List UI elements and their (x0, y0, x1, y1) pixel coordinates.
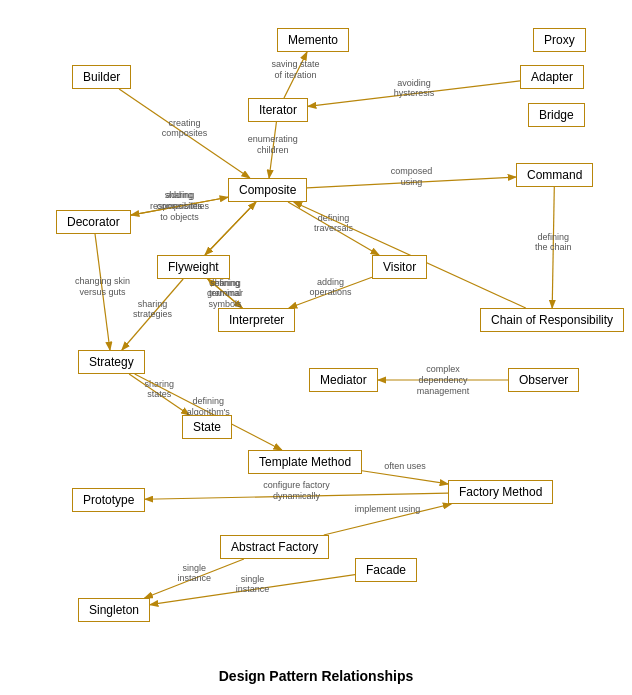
node-observer: Observer (508, 368, 579, 392)
node-adapter: Adapter (520, 65, 584, 89)
node-visitor: Visitor (372, 255, 427, 279)
node-prototype: Prototype (72, 488, 145, 512)
node-facade: Facade (355, 558, 417, 582)
node-memento: Memento (277, 28, 349, 52)
page-title: Design Pattern Relationships (0, 660, 632, 694)
node-factory: Factory Method (448, 480, 553, 504)
node-template: Template Method (248, 450, 362, 474)
node-flyweight: Flyweight (157, 255, 230, 279)
node-iterator: Iterator (248, 98, 308, 122)
node-bridge: Bridge (528, 103, 585, 127)
node-mediator: Mediator (309, 368, 378, 392)
node-singleton: Singleton (78, 598, 150, 622)
node-state: State (182, 415, 232, 439)
node-abstract: Abstract Factory (220, 535, 329, 559)
node-interpreter: Interpreter (218, 308, 295, 332)
node-decorator: Decorator (56, 210, 131, 234)
node-strategy: Strategy (78, 350, 145, 374)
node-composite: Composite (228, 178, 307, 202)
node-proxy: Proxy (533, 28, 586, 52)
node-command: Command (516, 163, 593, 187)
node-cor: Chain of Responsibility (480, 308, 624, 332)
node-builder: Builder (72, 65, 131, 89)
